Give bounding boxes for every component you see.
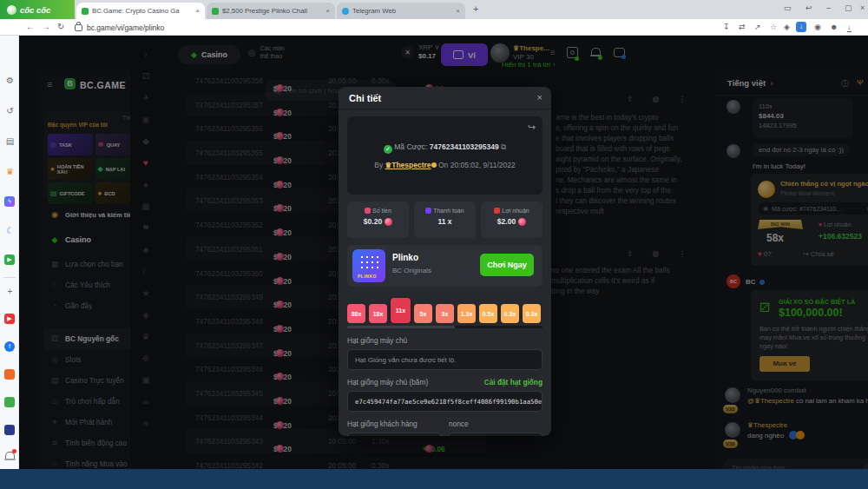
server-seed-hash-value[interactable]: e7c459474fa77ae5ce9e6218f5f8ceff4086f991… <box>347 391 542 412</box>
game-thumbnail[interactable]: PLINKO <box>352 249 385 282</box>
nonce-label: nonce <box>449 420 469 428</box>
stat-label: Thanh toán <box>414 208 476 214</box>
bookmark-star-icon[interactable]: ☆ <box>770 23 777 31</box>
cast-icon[interactable]: ▭ <box>784 3 792 12</box>
shortcut-blue-icon[interactable] <box>4 425 15 435</box>
save-page-icon[interactable]: ↧ <box>723 23 730 31</box>
stat-label: Số tiền <box>347 208 409 214</box>
stat-box: Số tiền $0.20 <box>347 202 409 238</box>
multiplier-chip: 3x <box>436 304 454 323</box>
bet-summary-section: ↪ ✓ Mã Cược: 74762341103295349 ⧉ By ♛The… <box>347 116 542 195</box>
stat-box: Thanh toán 11 x <box>414 202 476 238</box>
seed-settings-link[interactable]: Cài đặt hạt giống <box>484 378 542 387</box>
client-seed-label: Hạt giống khách hàng <box>347 420 441 428</box>
bet-id-value: 74762341103295349 <box>430 142 499 151</box>
game-card: PLINKO Plinko BC Originals Chơi Ngay <box>347 245 542 287</box>
tab-title: $2,500 Prestige Plinko Chall <box>222 7 319 15</box>
server-seed-value[interactable]: Hạt Giống vẫn chưa được tiết lộ. <box>347 349 542 370</box>
settings-gear-icon[interactable]: ⚙ <box>4 75 16 86</box>
bet-id-label: Mã Cược: <box>394 142 427 151</box>
nonce-value[interactable]: 646005 <box>449 433 542 436</box>
coccoc-brand-label: cốc cốc <box>20 5 50 15</box>
play-now-button[interactable]: Chơi Ngay <box>480 254 534 276</box>
restore-tab-icon[interactable]: ↩ <box>806 3 812 12</box>
multiplier-chip: 0.3x <box>523 304 541 323</box>
tab-close-icon[interactable]: × <box>323 7 330 15</box>
stat-value: $0.20 <box>347 217 409 226</box>
extensions-icon[interactable]: ◉ <box>814 23 821 31</box>
copy-icon[interactable]: ⧉ <box>501 142 506 151</box>
minimize-icon[interactable]: – <box>826 3 831 12</box>
stat-box: Lợi nhuận $2.00 <box>481 202 542 238</box>
multiplier-chip: 18x <box>369 304 387 323</box>
rail-divider <box>3 277 16 278</box>
newsfeed-icon[interactable]: ▤ <box>4 135 16 147</box>
verified-shield-icon: ✓ <box>384 145 392 154</box>
notification-bell-icon[interactable] <box>4 451 16 462</box>
stat-icon <box>425 208 431 214</box>
multiplier-chip: 0.3x <box>501 304 519 323</box>
adblock-shield-icon[interactable]: ◈ <box>784 23 790 31</box>
maximize-icon[interactable]: ▢ <box>845 3 852 12</box>
stat-icon <box>365 208 371 214</box>
multiplier-chip: 0.5x <box>479 304 497 323</box>
tab-favicon <box>82 8 89 15</box>
profile-icon[interactable]: ☻ <box>830 23 838 31</box>
game-name[interactable]: Plinko <box>392 253 418 262</box>
by-label: By <box>374 161 383 169</box>
bet-by-line: By ♛Thespectre On 20:05:02, 9/11/2022 <box>347 154 542 169</box>
history-icon[interactable]: ↺ <box>4 105 16 116</box>
shortcut-green-icon[interactable] <box>4 397 15 407</box>
translate-icon[interactable]: ⇄ <box>739 23 746 31</box>
multiplier-chip: 1.3x <box>457 304 476 323</box>
downloads-tray-icon[interactable]: ↓ <box>847 23 852 32</box>
games-icon[interactable]: ▶ <box>4 254 15 265</box>
browser-tab[interactable]: Telegram Web × <box>337 3 465 19</box>
add-shortcut-icon[interactable]: + <box>4 286 16 297</box>
chips-scrollbar[interactable] <box>347 326 542 328</box>
client-seed-label-row: Hạt giống khách hàng nonce <box>347 420 542 428</box>
bet-id-line: ✓ Mã Cược: 74762341103295349 ⧉ <box>347 116 542 154</box>
multiplier-chip: 88x <box>347 304 365 323</box>
screen: cốc cốc BC.Game: Crypto Casino Ga × $2,5… <box>0 0 868 489</box>
browser-tab[interactable]: $2,500 Prestige Plinko Chall × <box>207 3 335 19</box>
tab-title: BC.Game: Crypto Casino Ga <box>92 7 189 15</box>
bee-icon <box>431 162 437 168</box>
coccoc-side-rail: ⚙ ↺ ▤ ♛ ϟ ☾ ▶ + ▶ f ⋯ <box>0 36 19 469</box>
bet-stats-row: Số tiền $0.20 Thanh toán 11 x Lợi nhuận … <box>347 202 542 238</box>
multiplier-strip: 88x 18x 11x 5x 3x 1.3x 0.5x 0.3x 0.3x <box>347 294 542 323</box>
browser-tab-strip: cốc cốc BC.Game: Crypto Casino Ga × $2,5… <box>0 0 868 19</box>
tab-close-icon[interactable]: × <box>193 7 200 15</box>
coccoc-logo-icon <box>7 5 16 15</box>
tab-close-icon[interactable]: × <box>453 7 460 15</box>
download-manager-icon[interactable]: ↓ <box>796 22 806 32</box>
messenger-icon[interactable]: ϟ <box>4 196 15 207</box>
windows-taskbar: ⊞ ○ c ∧ ▟ ◀ ENG 8:05 PM 11/9/2022 ▢ <box>0 469 868 489</box>
tab-list: BC.Game: Crypto Casino Ga × $2,500 Prest… <box>76 0 467 17</box>
client-seed-value[interactable]: AkiA4XKKPJMXeNb <box>347 433 441 436</box>
hash-label-row: Hạt giống máy chủ (băm) Cài đặt hạt giốn… <box>347 378 542 387</box>
on-label: On <box>438 161 448 169</box>
modal-title: Chi tiết <box>349 93 381 103</box>
reload-icon[interactable]: ↻ <box>57 23 64 31</box>
stat-icon <box>494 208 500 214</box>
youtube-icon[interactable]: ▶ <box>4 314 15 324</box>
game-provider: BC Originals <box>392 267 431 274</box>
forward-icon[interactable]: → <box>42 23 50 31</box>
share-bet-icon[interactable]: ↪ <box>528 122 536 133</box>
back-icon[interactable]: ← <box>26 23 35 31</box>
facebook-icon[interactable]: f <box>4 341 15 352</box>
address-bar[interactable]: bc.game/vi/game/plinko <box>87 23 164 32</box>
lock-icon <box>75 24 82 31</box>
bet-username[interactable]: ♛Thespectre <box>385 161 431 169</box>
browser-tab[interactable]: BC.Game: Crypto Casino Ga × <box>76 3 205 19</box>
shortcut-orange-icon[interactable] <box>4 369 15 380</box>
share-icon[interactable]: ↗ <box>754 23 761 31</box>
close-window-icon[interactable]: × <box>860 3 865 12</box>
bet-datetime: 20:05:02, 9/11/2022 <box>450 161 516 169</box>
new-tab-button[interactable]: + <box>473 3 478 14</box>
vip-crown-icon[interactable]: ♛ <box>4 166 16 177</box>
tab-favicon <box>212 8 219 15</box>
modal-close-icon[interactable]: × <box>537 92 542 102</box>
night-mode-icon[interactable]: ☾ <box>4 225 16 236</box>
